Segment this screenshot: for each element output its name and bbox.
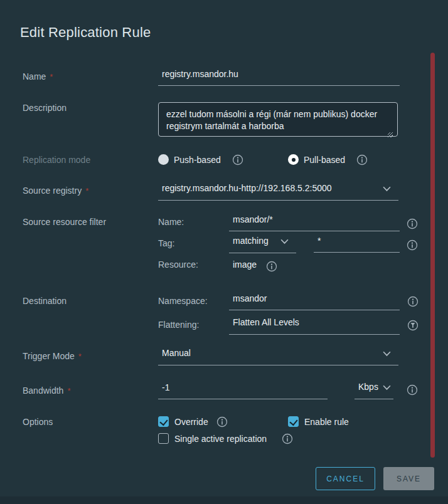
description-label: Description bbox=[23, 103, 67, 113]
trigger-mode-label: Trigger Mode* bbox=[23, 351, 82, 361]
override-checkbox[interactable] bbox=[158, 416, 169, 427]
filter-resource-value: image bbox=[233, 260, 257, 270]
pull-based-radio[interactable] bbox=[288, 154, 299, 165]
info-icon[interactable] bbox=[232, 154, 243, 165]
source-registry-label: Source registry* bbox=[23, 186, 88, 196]
push-based-label: Push-based bbox=[174, 155, 221, 165]
info-icon[interactable] bbox=[266, 261, 277, 272]
override-label: Override bbox=[174, 417, 208, 427]
tag-match-mode-select[interactable]: matching bbox=[229, 236, 296, 253]
info-icon[interactable] bbox=[407, 218, 418, 229]
filter-name-label: Name: bbox=[158, 217, 184, 227]
vertical-scrollbar-thumb[interactable] bbox=[430, 53, 435, 458]
info-icon[interactable] bbox=[407, 384, 418, 396]
trigger-mode-select[interactable]: Manual bbox=[158, 348, 398, 365]
chevron-down-icon bbox=[383, 351, 391, 357]
name-label: Name* bbox=[23, 71, 53, 81]
trigger-mode-value: Manual bbox=[158, 348, 191, 358]
source-registry-select[interactable]: registry.msandor.hu-http://192.168.5.2:5… bbox=[158, 183, 398, 201]
dialog-bottom-edge bbox=[0, 496, 448, 504]
enable-rule-checkbox[interactable] bbox=[288, 416, 299, 427]
flattening-label: Flattening: bbox=[158, 320, 199, 330]
required-asterisk: * bbox=[50, 72, 53, 81]
save-button[interactable]: SAVE bbox=[383, 467, 434, 490]
namespace-input[interactable] bbox=[229, 293, 400, 310]
bandwidth-input[interactable] bbox=[158, 382, 328, 399]
chevron-down-icon bbox=[383, 385, 391, 391]
required-asterisk: * bbox=[78, 352, 82, 361]
push-based-radio[interactable] bbox=[158, 154, 169, 165]
info-icon[interactable] bbox=[356, 154, 368, 165]
options-label: Options bbox=[23, 417, 53, 427]
tag-match-mode-value: matching bbox=[229, 236, 269, 246]
info-icon[interactable] bbox=[407, 239, 418, 251]
bandwidth-label: Bandwidth* bbox=[23, 386, 70, 396]
filter-name-input[interactable] bbox=[229, 214, 400, 231]
edit-replication-rule-dialog: Edit Replication Rule Name* Description … bbox=[0, 0, 448, 504]
destination-label: Destination bbox=[23, 296, 67, 306]
chevron-down-icon bbox=[383, 186, 391, 192]
pull-based-label: Pull-based bbox=[304, 155, 345, 165]
cancel-button[interactable]: CANCEL bbox=[316, 467, 375, 490]
single-active-replication-checkbox[interactable] bbox=[158, 433, 169, 444]
source-registry-value: registry.msandor.hu-http://192.168.5.2:5… bbox=[158, 183, 332, 193]
filter-resource-label: Resource: bbox=[158, 260, 198, 270]
name-input[interactable] bbox=[158, 68, 400, 86]
info-icon[interactable] bbox=[407, 296, 419, 307]
chevron-down-icon bbox=[280, 239, 289, 244]
filter-tag-input[interactable] bbox=[314, 235, 400, 253]
info-icon[interactable] bbox=[282, 433, 293, 444]
flattening-value: Flatten All Levels bbox=[229, 317, 299, 327]
required-asterisk: * bbox=[85, 186, 88, 196]
info-icon[interactable] bbox=[216, 416, 228, 428]
namespace-label: Namespace: bbox=[158, 296, 208, 306]
replication-mode-label: Replication mode bbox=[23, 155, 90, 165]
description-textarea[interactable]: ezzel tudom másolni a régi (már nem publ… bbox=[158, 102, 398, 137]
single-active-replication-label: Single active replication bbox=[174, 434, 267, 444]
required-asterisk: * bbox=[67, 386, 70, 396]
source-resource-filter-label: Source resource filter bbox=[23, 217, 106, 227]
enable-rule-label: Enable rule bbox=[304, 417, 349, 427]
bandwidth-unit-value: Kbps bbox=[355, 382, 378, 392]
bandwidth-unit-select[interactable]: Kbps bbox=[355, 382, 393, 399]
filter-tag-label: Tag: bbox=[158, 238, 174, 248]
flattening-select[interactable]: Flatten All Levels bbox=[229, 317, 400, 335]
page-title: Edit Replication Rule bbox=[20, 24, 151, 41]
flatten-levels-icon[interactable] bbox=[407, 320, 419, 331]
